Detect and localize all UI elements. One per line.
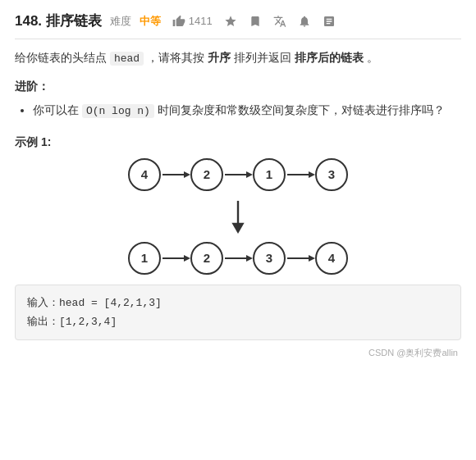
expand-button[interactable] <box>323 15 336 28</box>
advance-item: 你可以在 O(n log n) 时间复杂度和常数级空间复杂度下，对链表进行排序吗… <box>33 101 461 121</box>
node-3a: 3 <box>315 158 348 191</box>
input-label: 输入： <box>27 297 59 309</box>
advance-title: 进阶： <box>15 76 461 97</box>
bell-icon <box>298 15 311 28</box>
bookmark-icon <box>249 15 262 28</box>
likes-button[interactable]: 1411 <box>172 15 213 28</box>
svg-marker-11 <box>246 255 253 262</box>
arrow-2 <box>223 167 253 182</box>
desc-part3: 排列并返回 <box>231 51 295 64</box>
input-line: 输入：head = [4,2,1,3] <box>27 294 449 312</box>
likes-count: 1411 <box>189 15 213 27</box>
desc-code-head: head <box>110 52 144 66</box>
arrow-6 <box>286 251 315 266</box>
node-4b: 4 <box>315 242 348 275</box>
desc-part2: ，请将其按 <box>144 51 208 64</box>
down-arrow <box>223 199 253 234</box>
advance-bullet-end: 时间复杂度和常数级空间复杂度下，对链表进行排序吗？ <box>154 103 445 116</box>
svg-marker-1 <box>184 171 190 178</box>
svg-marker-5 <box>309 171 315 178</box>
node-2b: 2 <box>190 242 223 275</box>
svg-marker-7 <box>231 222 244 233</box>
code-block: 输入：head = [4,2,1,3] 输出：[1,2,3,4] <box>15 285 461 341</box>
node-1a: 1 <box>253 158 286 191</box>
expand-icon <box>323 15 336 28</box>
arrow-4 <box>161 251 190 266</box>
watermark: CSDN @奥利安费allin <box>15 347 461 359</box>
difficulty-label: 难度 <box>110 14 131 29</box>
translate-button[interactable] <box>273 15 286 28</box>
difficulty-value: 中等 <box>140 14 161 29</box>
svg-marker-9 <box>184 255 190 262</box>
node-2a: 2 <box>190 158 223 191</box>
problem-description: 给你链表的头结点 head ，请将其按 升序 排列并返回 排序后的链表 。 进阶… <box>15 48 461 121</box>
top-linked-list: 4 2 1 3 <box>128 158 348 191</box>
advance-code: O(n log n) <box>82 104 154 118</box>
arrow-1 <box>161 167 190 182</box>
bottom-linked-list: 1 2 3 4 <box>128 242 348 275</box>
bell-button[interactable] <box>298 15 311 28</box>
diagram: 4 2 1 3 1 2 <box>15 158 461 275</box>
advance-bullet-text: 你可以在 <box>33 103 82 116</box>
output-value: [1,2,3,4] <box>59 316 117 328</box>
svg-marker-3 <box>246 171 253 178</box>
translate-icon <box>273 15 286 28</box>
desc-bold2: 排序后的链表 <box>295 51 364 64</box>
node-1b: 1 <box>128 242 161 275</box>
bookmark-button[interactable] <box>249 15 262 28</box>
star-icon <box>224 15 237 28</box>
svg-marker-13 <box>309 255 315 262</box>
example-title: 示例 1: <box>15 135 461 150</box>
node-4: 4 <box>128 158 161 191</box>
desc-part4: 。 <box>364 51 378 64</box>
output-label: 输出： <box>27 316 59 328</box>
node-3b: 3 <box>253 242 286 275</box>
desc-bold1: 升序 <box>208 51 231 64</box>
star-button[interactable] <box>224 15 237 28</box>
advance-list: 你可以在 O(n log n) 时间复杂度和常数级空间复杂度下，对链表进行排序吗… <box>33 101 461 121</box>
arrow-5 <box>223 251 253 266</box>
input-value: head = [4,2,1,3] <box>59 297 162 309</box>
output-line: 输出：[1,2,3,4] <box>27 312 449 331</box>
thumbs-up-icon <box>172 15 185 28</box>
desc-part1: 给你链表的头结点 <box>15 51 110 64</box>
problem-title: 148. 排序链表 <box>15 11 102 30</box>
arrow-3 <box>286 167 315 182</box>
